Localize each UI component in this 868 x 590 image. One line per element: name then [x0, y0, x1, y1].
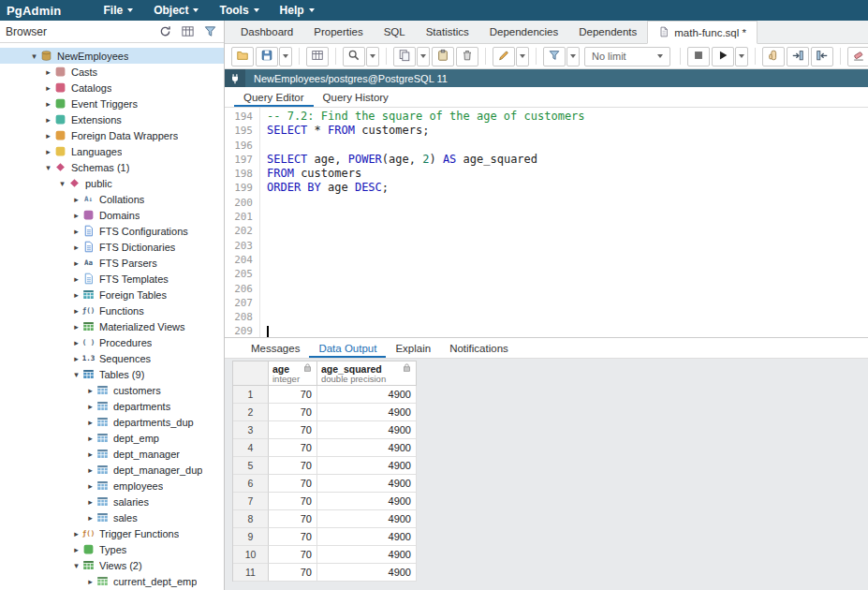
row-number[interactable]: 4 [233, 439, 269, 457]
row-number[interactable]: 7 [233, 493, 269, 510]
chevron-right-icon[interactable]: ▸ [84, 497, 96, 507]
tree-item-materialized-views[interactable]: ▸Materialized Views [0, 318, 224, 334]
tree-item-functions[interactable]: ▸ƒ()Functions [0, 302, 224, 318]
grid-cell[interactable]: 70 [269, 475, 317, 493]
grid-cell[interactable]: 70 [269, 439, 317, 457]
tree-item-types[interactable]: ▸Types [0, 541, 224, 557]
tree-item-dept-manager[interactable]: ▸dept_manager [0, 446, 224, 462]
chevron-right-icon[interactable]: ▸ [42, 147, 54, 156]
toolbar-save-button[interactable] [256, 47, 278, 66]
tab-dependencies[interactable]: Dependencies [479, 21, 569, 43]
row-number[interactable]: 8 [233, 510, 269, 528]
chevron-right-icon[interactable]: ▸ [70, 354, 82, 363]
chevron-right-icon[interactable]: ▸ [42, 115, 54, 125]
tree-item-collations[interactable]: ▸A↓Collations [0, 191, 224, 207]
tree-item-fts-dictionaries[interactable]: ▸FTS Dictionaries [0, 239, 224, 255]
tree-item-extensions[interactable]: ▸Extensions [0, 111, 224, 127]
chevron-right-icon[interactable]: ▸ [84, 434, 96, 443]
chevron-down-icon[interactable]: ▾ [56, 179, 68, 188]
tab-dependents[interactable]: Dependents [568, 21, 647, 43]
chevron-right-icon[interactable]: ▸ [70, 258, 82, 268]
chevron-right-icon[interactable]: ▸ [42, 83, 54, 93]
grid-cell[interactable]: 4900 [317, 564, 417, 582]
row-limit-select[interactable]: No limit [584, 47, 670, 66]
chevron-right-icon[interactable]: ▸ [70, 195, 82, 204]
tree-item-procedures[interactable]: ▸( )Procedures [0, 334, 224, 350]
grid-cell[interactable]: 4900 [317, 493, 417, 510]
tree-item-sequences[interactable]: ▸1.3Sequences [0, 350, 224, 366]
toolbar-copy-dropdown[interactable] [417, 47, 430, 66]
tree-item-domains[interactable]: ▸Domains [0, 207, 224, 223]
tab-messages[interactable]: Messages [242, 338, 309, 358]
grid-corner-cell[interactable] [233, 361, 269, 386]
tree-item-newemployees[interactable]: ▾NewEmployees [0, 48, 224, 64]
tree-item-fts-parsers[interactable]: ▸AaFTS Parsers [0, 255, 224, 271]
chevron-right-icon[interactable]: ▸ [70, 227, 82, 236]
toolbar-rollback-button[interactable] [811, 47, 833, 66]
chevron-right-icon[interactable]: ▸ [84, 465, 96, 475]
toolbar-open-file-button[interactable] [231, 47, 254, 66]
chevron-right-icon[interactable]: ▸ [42, 131, 54, 140]
chevron-right-icon[interactable]: ▸ [84, 513, 96, 523]
chevron-right-icon[interactable]: ▸ [70, 274, 82, 284]
row-number[interactable]: 10 [233, 546, 269, 564]
toolbar-delete-button[interactable] [456, 47, 478, 66]
grid-cell[interactable]: 4900 [317, 421, 417, 439]
chevron-right-icon[interactable]: ▸ [70, 290, 82, 300]
tree-item-catalogs[interactable]: ▸Catalogs [0, 80, 224, 96]
tab-data-output[interactable]: Data Output [309, 338, 386, 358]
menu-file[interactable]: File [93, 0, 143, 21]
grid-cell[interactable]: 70 [269, 404, 317, 421]
chevron-right-icon[interactable]: ▸ [70, 306, 82, 316]
menu-object[interactable]: Object [143, 0, 209, 21]
refresh-icon[interactable] [156, 23, 173, 40]
tree-item-foreign-data-wrappers[interactable]: ▸Foreign Data Wrappers [0, 127, 224, 143]
chevron-down-icon[interactable]: ▾ [70, 370, 82, 379]
tree-item-trigger-functions[interactable]: ▸ƒ()Trigger Functions [0, 525, 224, 541]
chevron-right-icon[interactable]: ▸ [70, 338, 82, 347]
toolbar-edit-grid-button[interactable] [306, 47, 329, 66]
chevron-right-icon[interactable]: ▸ [70, 243, 82, 252]
toolbar-commit-button[interactable] [787, 47, 809, 66]
toolbar-copy-button[interactable] [393, 47, 416, 66]
tab-query-history[interactable]: Query History [314, 87, 398, 107]
chevron-right-icon[interactable]: ▸ [70, 545, 82, 554]
tree-item-departments[interactable]: ▸departments [0, 398, 224, 414]
grid-cell[interactable]: 70 [269, 564, 317, 582]
grid-cell[interactable]: 4900 [317, 404, 417, 421]
toolbar-execute-dropdown[interactable] [735, 47, 748, 66]
chevron-right-icon[interactable]: ▸ [84, 450, 96, 459]
chevron-right-icon[interactable]: ▸ [84, 386, 96, 395]
tree-item-customers[interactable]: ▸customers [0, 382, 224, 398]
chevron-right-icon[interactable]: ▸ [84, 402, 96, 411]
tab-explain[interactable]: Explain [386, 338, 440, 358]
grid-cell[interactable]: 4900 [317, 439, 417, 457]
grid-cell[interactable]: 4900 [317, 386, 417, 404]
menu-help[interactable]: Help [270, 0, 325, 21]
menu-tools[interactable]: Tools [209, 0, 269, 21]
chevron-right-icon[interactable]: ▸ [42, 67, 54, 77]
tree-item-sales[interactable]: ▸sales [0, 509, 224, 525]
tree-item-dept-emp[interactable]: ▸dept_emp [0, 430, 224, 446]
tab-query-editor[interactable]: Query Editor [234, 87, 314, 107]
tree-item-tables-9[interactable]: ▾Tables (9) [0, 366, 224, 382]
chevron-right-icon[interactable]: ▸ [70, 529, 82, 538]
row-number[interactable]: 11 [233, 564, 269, 582]
chevron-right-icon[interactable]: ▸ [70, 211, 82, 220]
toolbar-filter-button[interactable] [543, 47, 566, 66]
grid-cell[interactable]: 70 [269, 421, 317, 439]
toolbar-paste-button[interactable] [432, 47, 454, 66]
tree-item-employees[interactable]: ▸employees [0, 478, 224, 494]
toolbar-find-dropdown[interactable] [366, 47, 379, 66]
row-number[interactable]: 1 [233, 386, 269, 404]
column-header-age-squared[interactable]: age_squareddouble precision [317, 361, 417, 386]
grid-cell[interactable]: 70 [269, 510, 317, 528]
toolbar-clear-button[interactable] [847, 47, 868, 66]
tab-statistics[interactable]: Statistics [416, 21, 479, 43]
code-area[interactable]: -- 7.2: Find the square of the age of cu… [260, 108, 868, 337]
grid-cell[interactable]: 70 [269, 493, 317, 510]
toolbar-find-button[interactable] [343, 47, 365, 66]
tab-math-func-sql[interactable]: math-func.sql * [647, 21, 758, 44]
chevron-down-icon[interactable]: ▾ [42, 163, 54, 172]
tree-item-foreign-tables[interactable]: ▸Foreign Tables [0, 287, 224, 302]
